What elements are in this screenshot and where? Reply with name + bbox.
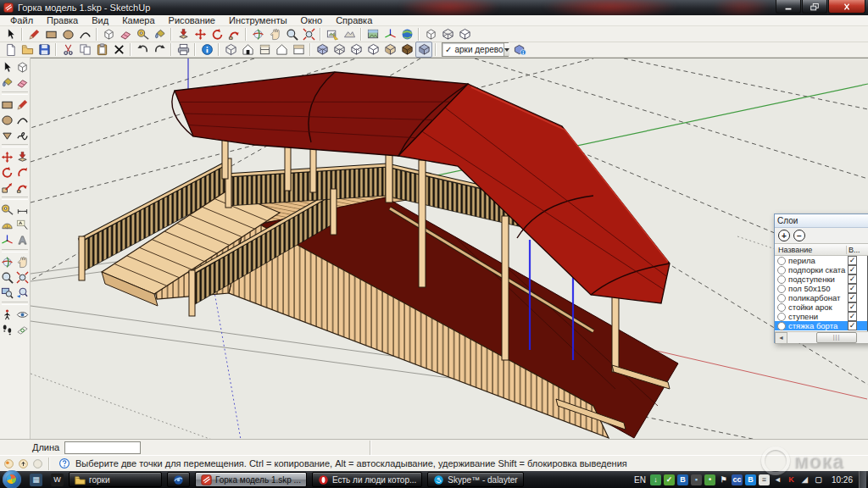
combo-dropdown-arrow[interactable] — [504, 43, 509, 56]
zoom-window-button[interactable] — [0, 285, 14, 300]
rectangle-tool-button[interactable] — [0, 97, 14, 112]
select-tool-button[interactable] — [2, 26, 19, 42]
top-view-button[interactable] — [256, 42, 273, 58]
component-options-button[interactable] — [511, 42, 528, 58]
tray-messenger-icon[interactable]: B — [677, 474, 688, 485]
3d-viewport[interactable]: Слои ✕ + − ➤ Название В... Цве перила✓ п… — [31, 58, 868, 439]
menu-draw[interactable]: Рисование — [162, 15, 222, 26]
arc-tool-button[interactable] — [76, 26, 93, 42]
undo-button[interactable] — [134, 42, 151, 58]
remove-layer-button[interactable]: − — [793, 230, 805, 241]
title-bar[interactable]: Горка модель 1.skp - SketchUp — [0, 0, 868, 15]
menu-view[interactable]: Вид — [85, 15, 115, 26]
scale-tool-button[interactable] — [0, 180, 14, 195]
upload-model-icon[interactable] — [18, 458, 29, 469]
tray-chat-icon[interactable]: • — [704, 474, 715, 485]
photo-textures-button[interactable] — [364, 26, 381, 42]
menu-tools[interactable]: Инструменты — [222, 15, 294, 26]
menu-edit[interactable]: Правка — [40, 15, 85, 26]
select-tool-button[interactable] — [0, 59, 14, 75]
restore-button[interactable] — [802, 0, 827, 14]
column-name[interactable]: Название — [775, 246, 847, 254]
layer-radio[interactable] — [777, 313, 786, 321]
push-pull-tool-button[interactable] — [15, 149, 30, 164]
layer-visible-checkbox[interactable]: ✓ — [848, 321, 857, 330]
get-models-button[interactable] — [422, 26, 439, 42]
tape-measure-tool-button[interactable] — [0, 202, 14, 217]
side-view-button[interactable] — [290, 42, 307, 58]
layers-horizontal-scrollbar[interactable]: ◄ ||| ► — [775, 332, 868, 343]
copy-button[interactable] — [76, 42, 93, 58]
quick-launch-display-icon[interactable]: ▦ — [30, 474, 42, 486]
pan-tool-button[interactable] — [15, 254, 30, 269]
model-info-button[interactable] — [198, 42, 215, 58]
freehand-tool-button[interactable] — [15, 127, 30, 142]
column-visible[interactable]: В... — [847, 246, 868, 254]
back-edges-style-button[interactable] — [348, 42, 364, 58]
dimension-tool-button[interactable] — [15, 202, 30, 217]
google-earth-button[interactable] — [398, 26, 415, 42]
monochrome-style-button[interactable] — [415, 42, 432, 58]
axes-tool-button[interactable] — [0, 232, 14, 247]
layer-row[interactable]: поликарбонат✓ — [775, 293, 868, 302]
layer-row[interactable]: подпорки ската✓ — [775, 265, 868, 274]
menu-window[interactable]: Окно — [294, 15, 330, 26]
hidden-line-style-button[interactable] — [364, 42, 381, 58]
rotate-tool-button[interactable] — [209, 26, 225, 42]
zoom-previous-button[interactable] — [15, 285, 30, 300]
tray-calendar-icon[interactable]: ≡ — [759, 474, 770, 485]
line-tool-button[interactable] — [15, 97, 30, 112]
cut-button[interactable] — [59, 42, 76, 58]
zoom-extents-button[interactable] — [15, 269, 30, 285]
menu-camera[interactable]: Камера — [115, 15, 161, 26]
iso-view-button[interactable] — [222, 42, 239, 58]
orbit-tool-button[interactable] — [0, 254, 14, 269]
walk-tool-button[interactable] — [0, 322, 14, 337]
layers-panel[interactable]: Слои ✕ + − ➤ Название В... Цве перила✓ п… — [774, 214, 868, 343]
tray-volume-icon[interactable]: ◄ — [772, 474, 783, 485]
tape-measure-tool-button[interactable] — [134, 26, 151, 42]
make-component-button[interactable] — [100, 26, 117, 42]
save-button[interactable] — [36, 42, 53, 58]
taskbar-button-sketchup[interactable]: Горка модель 1.skp ... — [195, 472, 307, 487]
layer-radio[interactable] — [777, 257, 786, 265]
tray-flag-icon[interactable]: ⚑ — [718, 474, 729, 485]
taskbar-button-browser[interactable] — [167, 472, 190, 487]
language-indicator[interactable]: EN — [634, 475, 646, 485]
layer-visible-checkbox[interactable]: ✓ — [848, 284, 857, 293]
paint-bucket-tool-button[interactable] — [151, 26, 168, 42]
tray-bluetooth-icon[interactable]: B — [745, 474, 756, 485]
move-tool-button[interactable] — [0, 149, 14, 164]
start-button[interactable] — [3, 470, 21, 488]
front-view-button[interactable] — [239, 42, 256, 58]
tray-antivirus-icon[interactable]: K — [786, 474, 797, 485]
scrollbar-thumb[interactable]: ||| — [816, 332, 857, 343]
layer-row[interactable]: стойки арок✓ — [775, 302, 868, 312]
arc-tool-button[interactable] — [15, 112, 30, 127]
close-button[interactable] — [828, 0, 865, 14]
push-pull-tool-button[interactable] — [175, 26, 192, 42]
offset-tool-button[interactable] — [15, 164, 30, 180]
tray-cc-icon[interactable]: cc — [732, 474, 743, 485]
taskbar-button-folder[interactable]: горки — [69, 472, 162, 487]
make-component-button[interactable] — [15, 59, 30, 75]
layer-visible-checkbox[interactable]: ✓ — [848, 256, 857, 265]
taskbar-clock[interactable]: 10:26 — [832, 475, 853, 485]
paint-bucket-tool-button[interactable] — [0, 75, 14, 90]
warehouse-button[interactable] — [456, 26, 473, 42]
account-icon[interactable] — [32, 458, 43, 469]
layer-radio[interactable] — [777, 322, 786, 330]
help-icon[interactable] — [58, 458, 70, 469]
menu-help[interactable]: Справка — [329, 15, 379, 26]
line-tool-button[interactable] — [25, 26, 42, 42]
layer-radio[interactable] — [777, 294, 786, 302]
circle-tool-button[interactable] — [0, 112, 14, 127]
tray-security-ok-icon[interactable]: ✓ — [664, 474, 675, 485]
add-layer-button[interactable]: + — [778, 230, 790, 241]
style-combo[interactable]: ✓ арки дерево — [442, 42, 509, 57]
layer-radio[interactable] — [777, 303, 786, 312]
taskbar-button-skype[interactable]: Skype™ - dalayter — [427, 472, 523, 487]
section-plane-button[interactable] — [15, 322, 30, 337]
tray-display-icon[interactable]: ▪ — [691, 474, 702, 485]
layer-row-selected[interactable]: стяжка борта✓ — [775, 321, 868, 330]
